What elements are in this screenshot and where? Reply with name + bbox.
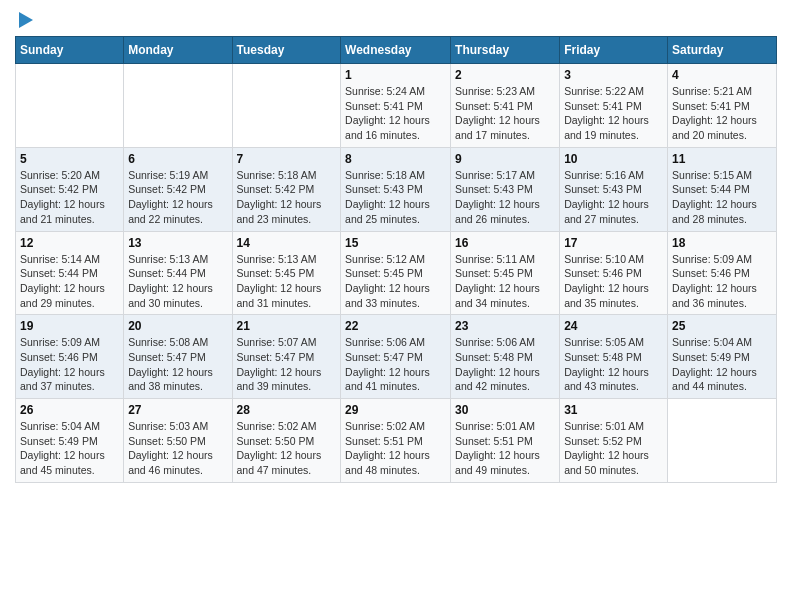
day-number: 2 xyxy=(455,68,555,82)
day-info: Sunrise: 5:01 AM Sunset: 5:52 PM Dayligh… xyxy=(564,419,663,478)
day-info: Sunrise: 5:06 AM Sunset: 5:47 PM Dayligh… xyxy=(345,335,446,394)
day-info: Sunrise: 5:12 AM Sunset: 5:45 PM Dayligh… xyxy=(345,252,446,311)
day-info: Sunrise: 5:24 AM Sunset: 5:41 PM Dayligh… xyxy=(345,84,446,143)
day-info: Sunrise: 5:18 AM Sunset: 5:43 PM Dayligh… xyxy=(345,168,446,227)
day-info: Sunrise: 5:07 AM Sunset: 5:47 PM Dayligh… xyxy=(237,335,337,394)
calendar-cell: 26Sunrise: 5:04 AM Sunset: 5:49 PM Dayli… xyxy=(16,399,124,483)
calendar-cell: 3Sunrise: 5:22 AM Sunset: 5:41 PM Daylig… xyxy=(560,64,668,148)
weekday-header-friday: Friday xyxy=(560,37,668,64)
day-info: Sunrise: 5:11 AM Sunset: 5:45 PM Dayligh… xyxy=(455,252,555,311)
day-number: 5 xyxy=(20,152,119,166)
calendar-cell: 8Sunrise: 5:18 AM Sunset: 5:43 PM Daylig… xyxy=(341,147,451,231)
day-info: Sunrise: 5:02 AM Sunset: 5:50 PM Dayligh… xyxy=(237,419,337,478)
calendar-cell: 14Sunrise: 5:13 AM Sunset: 5:45 PM Dayli… xyxy=(232,231,341,315)
day-number: 19 xyxy=(20,319,119,333)
day-info: Sunrise: 5:17 AM Sunset: 5:43 PM Dayligh… xyxy=(455,168,555,227)
day-info: Sunrise: 5:14 AM Sunset: 5:44 PM Dayligh… xyxy=(20,252,119,311)
day-info: Sunrise: 5:01 AM Sunset: 5:51 PM Dayligh… xyxy=(455,419,555,478)
calendar-cell: 4Sunrise: 5:21 AM Sunset: 5:41 PM Daylig… xyxy=(668,64,777,148)
calendar-cell: 20Sunrise: 5:08 AM Sunset: 5:47 PM Dayli… xyxy=(124,315,232,399)
day-number: 26 xyxy=(20,403,119,417)
day-info: Sunrise: 5:05 AM Sunset: 5:48 PM Dayligh… xyxy=(564,335,663,394)
day-info: Sunrise: 5:15 AM Sunset: 5:44 PM Dayligh… xyxy=(672,168,772,227)
day-number: 6 xyxy=(128,152,227,166)
day-number: 7 xyxy=(237,152,337,166)
calendar-week-row: 5Sunrise: 5:20 AM Sunset: 5:42 PM Daylig… xyxy=(16,147,777,231)
calendar-cell xyxy=(124,64,232,148)
day-number: 20 xyxy=(128,319,227,333)
calendar-cell: 22Sunrise: 5:06 AM Sunset: 5:47 PM Dayli… xyxy=(341,315,451,399)
weekday-header-tuesday: Tuesday xyxy=(232,37,341,64)
day-info: Sunrise: 5:09 AM Sunset: 5:46 PM Dayligh… xyxy=(672,252,772,311)
calendar-cell: 25Sunrise: 5:04 AM Sunset: 5:49 PM Dayli… xyxy=(668,315,777,399)
day-number: 4 xyxy=(672,68,772,82)
day-number: 3 xyxy=(564,68,663,82)
calendar-header-row: SundayMondayTuesdayWednesdayThursdayFrid… xyxy=(16,37,777,64)
day-number: 30 xyxy=(455,403,555,417)
day-number: 16 xyxy=(455,236,555,250)
day-number: 28 xyxy=(237,403,337,417)
day-number: 8 xyxy=(345,152,446,166)
day-number: 11 xyxy=(672,152,772,166)
calendar-cell: 18Sunrise: 5:09 AM Sunset: 5:46 PM Dayli… xyxy=(668,231,777,315)
page-header xyxy=(15,10,777,28)
calendar-table: SundayMondayTuesdayWednesdayThursdayFrid… xyxy=(15,36,777,483)
weekday-header-wednesday: Wednesday xyxy=(341,37,451,64)
day-number: 24 xyxy=(564,319,663,333)
day-info: Sunrise: 5:13 AM Sunset: 5:44 PM Dayligh… xyxy=(128,252,227,311)
day-number: 15 xyxy=(345,236,446,250)
calendar-cell: 5Sunrise: 5:20 AM Sunset: 5:42 PM Daylig… xyxy=(16,147,124,231)
weekday-header-saturday: Saturday xyxy=(668,37,777,64)
day-info: Sunrise: 5:03 AM Sunset: 5:50 PM Dayligh… xyxy=(128,419,227,478)
day-info: Sunrise: 5:23 AM Sunset: 5:41 PM Dayligh… xyxy=(455,84,555,143)
calendar-cell: 21Sunrise: 5:07 AM Sunset: 5:47 PM Dayli… xyxy=(232,315,341,399)
day-info: Sunrise: 5:21 AM Sunset: 5:41 PM Dayligh… xyxy=(672,84,772,143)
calendar-cell: 10Sunrise: 5:16 AM Sunset: 5:43 PM Dayli… xyxy=(560,147,668,231)
day-number: 21 xyxy=(237,319,337,333)
weekday-header-sunday: Sunday xyxy=(16,37,124,64)
day-number: 27 xyxy=(128,403,227,417)
day-info: Sunrise: 5:02 AM Sunset: 5:51 PM Dayligh… xyxy=(345,419,446,478)
day-number: 13 xyxy=(128,236,227,250)
calendar-week-row: 1Sunrise: 5:24 AM Sunset: 5:41 PM Daylig… xyxy=(16,64,777,148)
day-number: 23 xyxy=(455,319,555,333)
day-info: Sunrise: 5:04 AM Sunset: 5:49 PM Dayligh… xyxy=(20,419,119,478)
weekday-header-monday: Monday xyxy=(124,37,232,64)
day-number: 9 xyxy=(455,152,555,166)
calendar-cell: 30Sunrise: 5:01 AM Sunset: 5:51 PM Dayli… xyxy=(451,399,560,483)
calendar-cell: 9Sunrise: 5:17 AM Sunset: 5:43 PM Daylig… xyxy=(451,147,560,231)
weekday-header-thursday: Thursday xyxy=(451,37,560,64)
calendar-cell: 7Sunrise: 5:18 AM Sunset: 5:42 PM Daylig… xyxy=(232,147,341,231)
day-number: 12 xyxy=(20,236,119,250)
day-info: Sunrise: 5:04 AM Sunset: 5:49 PM Dayligh… xyxy=(672,335,772,394)
day-info: Sunrise: 5:18 AM Sunset: 5:42 PM Dayligh… xyxy=(237,168,337,227)
calendar-cell: 24Sunrise: 5:05 AM Sunset: 5:48 PM Dayli… xyxy=(560,315,668,399)
day-number: 29 xyxy=(345,403,446,417)
calendar-cell: 12Sunrise: 5:14 AM Sunset: 5:44 PM Dayli… xyxy=(16,231,124,315)
day-number: 10 xyxy=(564,152,663,166)
logo xyxy=(15,10,33,28)
day-info: Sunrise: 5:09 AM Sunset: 5:46 PM Dayligh… xyxy=(20,335,119,394)
calendar-week-row: 26Sunrise: 5:04 AM Sunset: 5:49 PM Dayli… xyxy=(16,399,777,483)
calendar-cell xyxy=(16,64,124,148)
calendar-week-row: 12Sunrise: 5:14 AM Sunset: 5:44 PM Dayli… xyxy=(16,231,777,315)
calendar-cell: 28Sunrise: 5:02 AM Sunset: 5:50 PM Dayli… xyxy=(232,399,341,483)
day-info: Sunrise: 5:19 AM Sunset: 5:42 PM Dayligh… xyxy=(128,168,227,227)
calendar-week-row: 19Sunrise: 5:09 AM Sunset: 5:46 PM Dayli… xyxy=(16,315,777,399)
day-info: Sunrise: 5:08 AM Sunset: 5:47 PM Dayligh… xyxy=(128,335,227,394)
day-number: 14 xyxy=(237,236,337,250)
day-number: 1 xyxy=(345,68,446,82)
calendar-cell: 15Sunrise: 5:12 AM Sunset: 5:45 PM Dayli… xyxy=(341,231,451,315)
calendar-cell: 1Sunrise: 5:24 AM Sunset: 5:41 PM Daylig… xyxy=(341,64,451,148)
calendar-cell: 11Sunrise: 5:15 AM Sunset: 5:44 PM Dayli… xyxy=(668,147,777,231)
calendar-cell: 31Sunrise: 5:01 AM Sunset: 5:52 PM Dayli… xyxy=(560,399,668,483)
calendar-cell: 27Sunrise: 5:03 AM Sunset: 5:50 PM Dayli… xyxy=(124,399,232,483)
calendar-cell xyxy=(668,399,777,483)
day-info: Sunrise: 5:22 AM Sunset: 5:41 PM Dayligh… xyxy=(564,84,663,143)
calendar-cell: 2Sunrise: 5:23 AM Sunset: 5:41 PM Daylig… xyxy=(451,64,560,148)
calendar-cell: 17Sunrise: 5:10 AM Sunset: 5:46 PM Dayli… xyxy=(560,231,668,315)
day-info: Sunrise: 5:06 AM Sunset: 5:48 PM Dayligh… xyxy=(455,335,555,394)
calendar-cell: 13Sunrise: 5:13 AM Sunset: 5:44 PM Dayli… xyxy=(124,231,232,315)
day-number: 17 xyxy=(564,236,663,250)
day-number: 25 xyxy=(672,319,772,333)
